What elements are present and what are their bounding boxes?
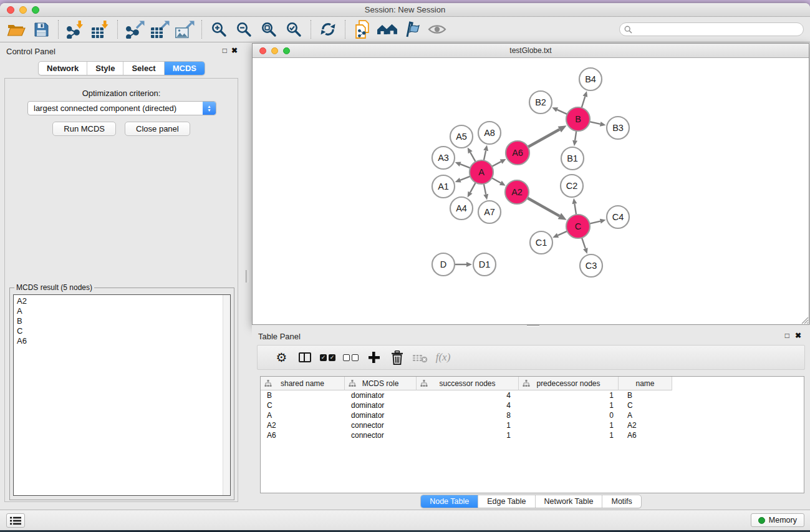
graph-edge-A-A2[interactable] <box>492 178 506 185</box>
graph-node-D[interactable]: D <box>432 253 455 276</box>
export-table-button[interactable] <box>147 18 172 41</box>
graph-edge-C-C2[interactable] <box>572 198 577 215</box>
splitter-grip[interactable] <box>246 270 248 283</box>
table-cell[interactable]: A2 <box>261 420 345 430</box>
table-cell[interactable]: B <box>261 390 345 400</box>
zoom-in-button[interactable] <box>206 18 231 41</box>
table-cell[interactable]: B <box>619 390 672 400</box>
graph-edge-D-D1[interactable] <box>455 262 472 267</box>
graph-node-A6[interactable]: A6 <box>506 141 529 165</box>
graph-node-B1[interactable]: B1 <box>561 147 584 170</box>
graph-node-A8[interactable]: A8 <box>478 122 501 144</box>
import-table-button[interactable] <box>88 18 113 41</box>
select-all-button[interactable]: ✓✓ <box>316 354 339 361</box>
graph-node-A5[interactable]: A5 <box>450 125 473 148</box>
delete-column-button[interactable] <box>385 351 408 365</box>
task-history-button[interactable] <box>6 513 25 528</box>
mcds-result-item[interactable]: C <box>14 326 221 336</box>
graph-node-A7[interactable]: A7 <box>478 201 501 223</box>
mcds-scrollbar-track[interactable] <box>223 295 230 495</box>
network-from-file-button[interactable] <box>350 18 375 41</box>
table-cell[interactable]: C <box>261 400 345 410</box>
save-session-button[interactable] <box>29 18 54 41</box>
graph-edge-A-A1[interactable] <box>455 177 471 183</box>
graph-edge-B-B1[interactable] <box>572 131 577 146</box>
tab-select[interactable]: Select <box>123 62 163 75</box>
table-cell[interactable]: A <box>261 410 345 420</box>
table-cell[interactable]: 1 <box>519 430 619 440</box>
tab-edge-table[interactable]: Edge Table <box>478 495 534 508</box>
zoom-out-button[interactable] <box>231 18 256 41</box>
mcds-result-item[interactable]: B <box>14 316 221 326</box>
tab-node-table[interactable]: Node Table <box>421 495 478 508</box>
graph-node-A2[interactable]: A2 <box>505 180 529 204</box>
table-row[interactable]: A6connector11A6 <box>261 430 804 440</box>
table-cell[interactable]: A2 <box>619 420 672 430</box>
table-row[interactable]: A2connector11A2 <box>261 420 804 430</box>
graph-edge-A-A3[interactable] <box>455 162 471 168</box>
tab-network-table[interactable]: Network Table <box>535 495 602 508</box>
float-panel-icon[interactable]: □ <box>223 46 227 55</box>
splitter-grip[interactable] <box>527 325 539 327</box>
export-network-button[interactable] <box>122 18 147 41</box>
table-cell[interactable]: 1 <box>519 420 619 430</box>
table-cell[interactable]: 1 <box>519 400 619 410</box>
graph-edge-A-A6[interactable] <box>492 159 506 167</box>
table-cell[interactable]: 1 <box>519 390 619 400</box>
float-panel-icon[interactable]: □ <box>785 331 789 340</box>
table-cell[interactable]: 8 <box>417 410 519 420</box>
graph-node-A4[interactable]: A4 <box>450 197 473 220</box>
graph-node-B[interactable]: B <box>566 107 590 131</box>
open-session-button[interactable] <box>4 18 29 41</box>
column-header-predecessor-nodes[interactable]: predecessor nodes <box>519 377 619 390</box>
close-panel-icon[interactable]: ✖ <box>231 46 238 55</box>
column-header-name[interactable]: name <box>619 377 672 390</box>
graph-edge-C-C3[interactable] <box>582 238 588 254</box>
graph-node-B3[interactable]: B3 <box>607 117 629 139</box>
network-canvas[interactable]: B4B2BB3A8A5A6A3B1AA1C2A2A4A7C4CC1C3DD1 <box>253 59 809 324</box>
vertical-splitter[interactable] <box>243 42 252 510</box>
graph-node-A3[interactable]: A3 <box>432 147 455 169</box>
table-cell[interactable]: connector <box>345 420 417 430</box>
table-cell[interactable]: dominator <box>345 390 417 400</box>
show-hide-button[interactable] <box>425 18 450 41</box>
add-column-button[interactable] <box>362 352 385 363</box>
mcds-result-item[interactable]: A <box>14 306 221 316</box>
graph-edge-B-B4[interactable] <box>582 91 588 108</box>
zoom-fit-button[interactable] <box>256 18 281 41</box>
function-builder-button[interactable]: f(x) <box>432 351 455 364</box>
close-panel-icon[interactable]: ✖ <box>795 331 801 340</box>
table-row[interactable]: Cdominator41C <box>261 400 804 410</box>
home-fit-button[interactable] <box>375 18 400 41</box>
table-cell[interactable]: 4 <box>417 390 519 400</box>
table-cell[interactable]: dominator <box>345 410 417 420</box>
table-cell[interactable]: 1 <box>417 420 519 430</box>
memory-button[interactable]: Memory <box>751 513 804 527</box>
table-row[interactable]: Adominator80A <box>261 410 804 420</box>
column-header-successor-nodes[interactable]: successor nodes <box>417 377 519 390</box>
graph-edge-A-A4[interactable] <box>468 183 476 198</box>
graph-edge-A-A5[interactable] <box>468 147 476 162</box>
graph-edge-A-A7[interactable] <box>483 184 488 200</box>
graph-node-C[interactable]: C <box>566 215 590 238</box>
tab-network[interactable]: Network <box>39 62 87 75</box>
table-cell[interactable]: A <box>619 410 672 420</box>
column-header-shared-name[interactable]: shared name <box>261 377 345 390</box>
table-cell[interactable]: A6 <box>619 430 672 440</box>
table-cell[interactable]: 0 <box>519 410 619 420</box>
table-settings-button[interactable]: ⚙ <box>270 351 293 364</box>
mcds-result-item[interactable]: A6 <box>14 336 221 346</box>
split-columns-button[interactable] <box>293 352 316 362</box>
graph-node-C3[interactable]: C3 <box>580 254 602 277</box>
graph-node-D1[interactable]: D1 <box>473 253 496 276</box>
export-image-button[interactable] <box>172 18 197 41</box>
table-row[interactable]: Bdominator41B <box>261 390 804 400</box>
graph-edge-A2-C[interactable] <box>528 198 567 220</box>
zoom-selected-button[interactable] <box>281 18 306 41</box>
search-field[interactable] <box>619 22 804 36</box>
delete-table-button[interactable] <box>408 352 432 363</box>
table-cell[interactable]: connector <box>345 430 417 440</box>
table-cell[interactable]: 4 <box>417 400 519 410</box>
graph-edge-C-C4[interactable] <box>589 219 605 224</box>
column-header-mcds-role[interactable]: MCDS role <box>345 377 417 390</box>
